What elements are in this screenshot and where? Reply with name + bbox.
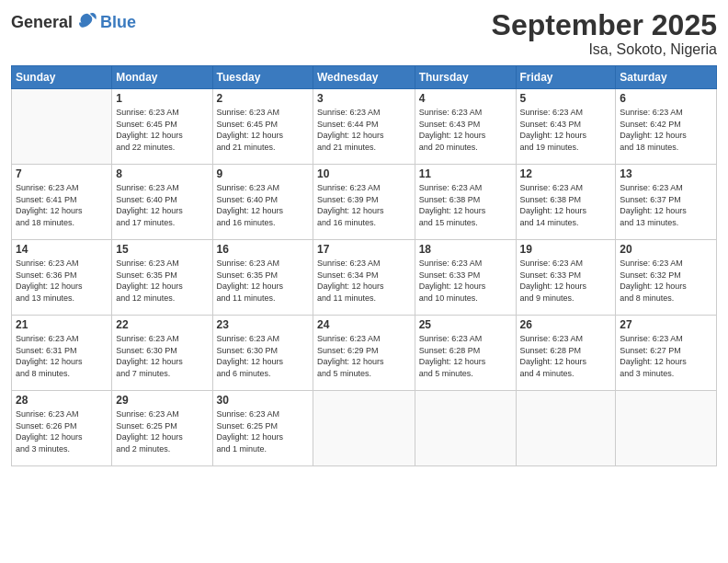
sunrise-text: Sunrise: 6:23 AM xyxy=(116,258,208,270)
daylight-text-2: and 17 minutes. xyxy=(116,217,208,229)
daylight-text-2: and 3 minutes. xyxy=(620,368,712,380)
day-info: Sunrise: 6:23 AMSunset: 6:29 PMDaylight:… xyxy=(317,333,411,379)
daylight-text: Daylight: 12 hours xyxy=(520,281,612,293)
sunrise-text: Sunrise: 6:23 AM xyxy=(620,182,712,194)
daylight-text: Daylight: 12 hours xyxy=(116,356,208,368)
day-number: 7 xyxy=(16,167,108,180)
calendar-cell: 12Sunrise: 6:23 AMSunset: 6:38 PMDayligh… xyxy=(516,165,616,240)
header-thursday: Thursday xyxy=(415,66,516,89)
sunrise-text: Sunrise: 6:23 AM xyxy=(116,408,208,420)
day-number: 21 xyxy=(16,318,108,331)
sunset-text: Sunset: 6:36 PM xyxy=(16,270,108,282)
sunset-text: Sunset: 6:33 PM xyxy=(520,270,612,282)
daylight-text: Daylight: 12 hours xyxy=(419,205,512,217)
daylight-text: Daylight: 12 hours xyxy=(620,130,712,142)
daylight-text-2: and 18 minutes. xyxy=(16,217,108,229)
daylight-text: Daylight: 12 hours xyxy=(116,130,208,142)
daylight-text: Daylight: 12 hours xyxy=(116,431,208,443)
sunset-text: Sunset: 6:35 PM xyxy=(116,270,208,282)
day-info: Sunrise: 6:23 AMSunset: 6:39 PMDaylight:… xyxy=(317,182,411,228)
daylight-text-2: and 6 minutes. xyxy=(217,368,309,380)
day-info: Sunrise: 6:23 AMSunset: 6:45 PMDaylight:… xyxy=(217,107,309,153)
daylight-text-2: and 3 minutes. xyxy=(16,443,108,455)
daylight-text-2: and 5 minutes. xyxy=(419,368,512,380)
sunrise-text: Sunrise: 6:23 AM xyxy=(317,333,411,345)
sunset-text: Sunset: 6:34 PM xyxy=(317,270,411,282)
daylight-text-2: and 16 minutes. xyxy=(317,217,411,229)
calendar-cell: 19Sunrise: 6:23 AMSunset: 6:33 PMDayligh… xyxy=(516,240,616,316)
calendar-body: 1Sunrise: 6:23 AMSunset: 6:45 PMDaylight… xyxy=(12,89,717,466)
sunrise-text: Sunrise: 6:23 AM xyxy=(217,107,309,119)
sunset-text: Sunset: 6:26 PM xyxy=(16,420,108,432)
daylight-text: Daylight: 12 hours xyxy=(217,205,309,217)
week-row-0: 1Sunrise: 6:23 AMSunset: 6:45 PMDaylight… xyxy=(12,89,717,165)
sunset-text: Sunset: 6:38 PM xyxy=(520,194,612,206)
day-info: Sunrise: 6:23 AMSunset: 6:38 PMDaylight:… xyxy=(419,182,512,228)
calendar-cell: 28Sunrise: 6:23 AMSunset: 6:26 PMDayligh… xyxy=(12,391,112,466)
day-info: Sunrise: 6:23 AMSunset: 6:38 PMDaylight:… xyxy=(520,182,612,228)
page-container: General Blue September 2025 Isa, Sokoto,… xyxy=(0,0,728,563)
calendar-cell xyxy=(616,391,717,466)
day-number: 26 xyxy=(520,318,612,331)
sunrise-text: Sunrise: 6:23 AM xyxy=(620,107,712,119)
sunset-text: Sunset: 6:25 PM xyxy=(217,420,309,432)
calendar-cell: 11Sunrise: 6:23 AMSunset: 6:38 PMDayligh… xyxy=(415,165,516,240)
calendar-cell: 4Sunrise: 6:23 AMSunset: 6:43 PMDaylight… xyxy=(415,89,516,165)
sunset-text: Sunset: 6:32 PM xyxy=(620,270,712,282)
day-number: 30 xyxy=(217,394,309,407)
calendar-cell: 1Sunrise: 6:23 AMSunset: 6:45 PMDaylight… xyxy=(112,89,212,165)
day-number: 8 xyxy=(116,167,208,180)
week-row-4: 28Sunrise: 6:23 AMSunset: 6:26 PMDayligh… xyxy=(12,391,717,466)
sunrise-text: Sunrise: 6:23 AM xyxy=(520,107,612,119)
day-number: 10 xyxy=(317,167,411,180)
day-info: Sunrise: 6:23 AMSunset: 6:45 PMDaylight:… xyxy=(116,107,208,153)
daylight-text-2: and 22 minutes. xyxy=(116,142,208,154)
sunrise-text: Sunrise: 6:23 AM xyxy=(217,258,309,270)
day-info: Sunrise: 6:23 AMSunset: 6:37 PMDaylight:… xyxy=(620,182,712,228)
day-number: 6 xyxy=(620,92,712,105)
sunset-text: Sunset: 6:40 PM xyxy=(116,194,208,206)
calendar-cell: 18Sunrise: 6:23 AMSunset: 6:33 PMDayligh… xyxy=(415,240,516,316)
sunset-text: Sunset: 6:38 PM xyxy=(419,194,512,206)
day-info: Sunrise: 6:23 AMSunset: 6:35 PMDaylight:… xyxy=(217,258,309,304)
calendar-cell: 21Sunrise: 6:23 AMSunset: 6:31 PMDayligh… xyxy=(12,316,112,391)
day-number: 20 xyxy=(620,243,712,256)
sunrise-text: Sunrise: 6:23 AM xyxy=(419,258,512,270)
calendar-cell xyxy=(415,391,516,466)
sunset-text: Sunset: 6:35 PM xyxy=(217,270,309,282)
calendar-cell: 13Sunrise: 6:23 AMSunset: 6:37 PMDayligh… xyxy=(616,165,717,240)
calendar-cell: 20Sunrise: 6:23 AMSunset: 6:32 PMDayligh… xyxy=(616,240,717,316)
sunset-text: Sunset: 6:33 PM xyxy=(419,270,512,282)
sunrise-text: Sunrise: 6:23 AM xyxy=(317,182,411,194)
sunset-text: Sunset: 6:30 PM xyxy=(217,345,309,357)
day-number: 16 xyxy=(217,243,309,256)
calendar-cell: 30Sunrise: 6:23 AMSunset: 6:25 PMDayligh… xyxy=(212,391,313,466)
daylight-text: Daylight: 12 hours xyxy=(620,356,712,368)
sunset-text: Sunset: 6:30 PM xyxy=(116,345,208,357)
daylight-text: Daylight: 12 hours xyxy=(116,281,208,293)
daylight-text: Daylight: 12 hours xyxy=(520,356,612,368)
header-tuesday: Tuesday xyxy=(212,66,313,89)
day-info: Sunrise: 6:23 AMSunset: 6:30 PMDaylight:… xyxy=(217,333,309,379)
daylight-text-2: and 2 minutes. xyxy=(116,443,208,455)
day-header-row: Sunday Monday Tuesday Wednesday Thursday… xyxy=(12,66,717,89)
day-number: 12 xyxy=(520,167,612,180)
day-info: Sunrise: 6:23 AMSunset: 6:28 PMDaylight:… xyxy=(419,333,512,379)
week-row-1: 7Sunrise: 6:23 AMSunset: 6:41 PMDaylight… xyxy=(12,165,717,240)
calendar-cell: 2Sunrise: 6:23 AMSunset: 6:45 PMDaylight… xyxy=(212,89,313,165)
header-saturday: Saturday xyxy=(616,66,717,89)
title-section: September 2025 Isa, Sokoto, Nigeria xyxy=(492,9,717,58)
day-info: Sunrise: 6:23 AMSunset: 6:32 PMDaylight:… xyxy=(620,258,712,304)
daylight-text-2: and 16 minutes. xyxy=(217,217,309,229)
logo-inner: General Blue xyxy=(11,9,136,35)
daylight-text: Daylight: 12 hours xyxy=(116,205,208,217)
logo-bird-icon xyxy=(74,9,100,35)
sunset-text: Sunset: 6:31 PM xyxy=(16,345,108,357)
sunrise-text: Sunrise: 6:23 AM xyxy=(16,182,108,194)
daylight-text-2: and 19 minutes. xyxy=(520,142,612,154)
day-info: Sunrise: 6:23 AMSunset: 6:36 PMDaylight:… xyxy=(16,258,108,304)
day-info: Sunrise: 6:23 AMSunset: 6:31 PMDaylight:… xyxy=(16,333,108,379)
daylight-text-2: and 14 minutes. xyxy=(520,217,612,229)
logo: General Blue xyxy=(11,9,136,35)
daylight-text-2: and 4 minutes. xyxy=(520,368,612,380)
